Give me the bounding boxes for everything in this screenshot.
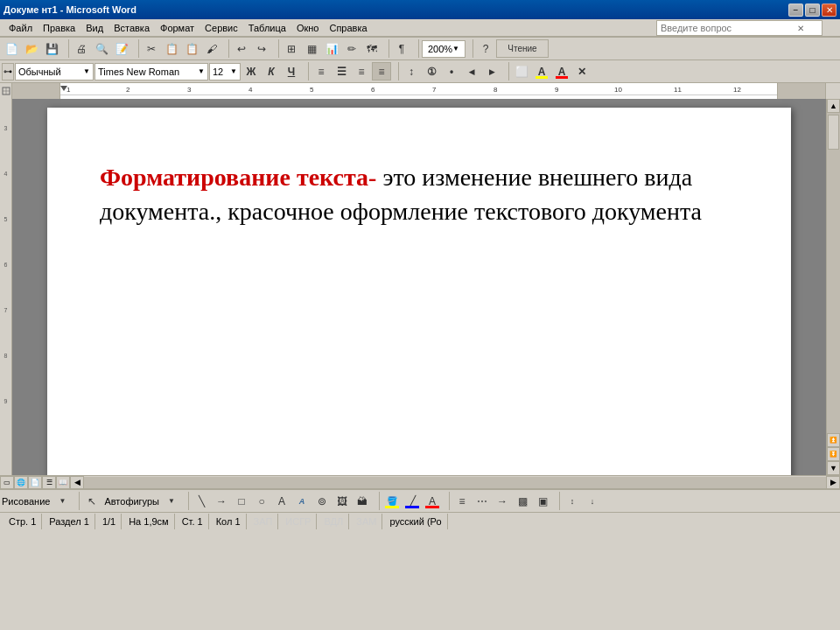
font-color-draw-button[interactable]: A [423, 492, 442, 510]
align-center-button[interactable]: ☰ [332, 62, 351, 80]
highlight-button[interactable]: A [532, 62, 551, 80]
document-red-bold-text: Форматирование текста- [100, 164, 376, 191]
menu-file[interactable]: Файл [4, 21, 38, 35]
print-button[interactable]: 🖨 [72, 39, 91, 58]
cut-button[interactable]: ✂ [142, 39, 161, 58]
wordart-button[interactable]: A [292, 492, 312, 510]
zoom-display[interactable]: 200% ▼ [422, 40, 466, 58]
ruler-area: 1 2 3 4 5 6 7 8 9 10 11 12 [0, 83, 840, 99]
outline-level-button[interactable]: ⊶ [2, 63, 14, 80]
scroll-track-bottom[interactable] [84, 477, 826, 488]
align-left-button[interactable]: ≡ [312, 62, 331, 80]
paste-button[interactable]: 📋 [182, 39, 201, 58]
scroll-up-button[interactable]: ▲ [827, 99, 840, 113]
scroll-left-button[interactable]: ◀ [70, 476, 84, 489]
font-size-dropdown[interactable]: 12 ▼ [209, 63, 241, 80]
outside-border-button[interactable]: ⬜ [512, 62, 531, 80]
normal-view-button[interactable]: ▭ [0, 476, 14, 489]
fill-color-button[interactable]: 🪣 [382, 492, 402, 510]
outline-view-button[interactable]: ☰ [42, 476, 56, 489]
copy-button[interactable]: 📋 [162, 39, 181, 58]
insert-table-button[interactable]: ⊞ [282, 39, 301, 58]
autoshapes-label: Автофигуры [104, 496, 159, 507]
clear-format-button[interactable]: ✕ [572, 62, 592, 80]
3d-button[interactable]: ▣ [533, 492, 552, 510]
new-button[interactable]: 📄 [2, 39, 21, 58]
italic-button[interactable]: К [262, 62, 281, 80]
insert-arrows-button[interactable]: ↕ [563, 492, 582, 510]
menu-help[interactable]: Справка [324, 21, 372, 35]
help-close-icon[interactable]: ✕ [797, 24, 804, 33]
clipart-button[interactable]: 🖼 [332, 492, 352, 510]
status-lang: русский (Ро [384, 514, 447, 529]
menu-table[interactable]: Таблица [243, 21, 291, 35]
line-spacing-button[interactable]: ↕ [402, 62, 421, 80]
increase-indent-button[interactable]: ▸ [482, 62, 501, 80]
decrease-indent-button[interactable]: ◂ [462, 62, 481, 80]
scroll-thumb-right[interactable] [828, 115, 839, 150]
cursor-button[interactable]: ↖ [82, 492, 102, 510]
draw-separator5 [555, 492, 560, 510]
scroll-down-button3[interactable]: ▼ [827, 461, 840, 475]
help-button[interactable]: ? [476, 39, 495, 58]
font-dropdown[interactable]: Times New Roman ▼ [94, 63, 208, 80]
numbering-button[interactable]: ① [422, 62, 441, 80]
dash-style-button[interactable]: ⋯ [472, 492, 492, 510]
scroll-track-right[interactable] [827, 113, 840, 433]
insert-columns-button[interactable]: ▦ [302, 39, 321, 58]
redo-button[interactable]: ↪ [252, 39, 271, 58]
menu-tools[interactable]: Сервис [200, 21, 243, 35]
style-dropdown[interactable]: Обычный ▼ [15, 63, 94, 80]
minimize-button[interactable]: − [788, 4, 803, 17]
horizontal-ruler: 1 2 3 4 5 6 7 8 9 10 11 12 [12, 83, 826, 99]
open-button[interactable]: 📂 [22, 39, 41, 58]
format-painter-button[interactable]: 🖌 [202, 39, 221, 58]
rectangle-button[interactable]: □ [232, 492, 251, 510]
shadow-button[interactable]: ▩ [513, 492, 532, 510]
bullets-button[interactable]: • [442, 62, 461, 80]
insert-arrows-button2[interactable]: ↓ [583, 492, 602, 510]
doc-map-button[interactable]: 🗺 [362, 39, 382, 58]
align-right-button[interactable]: ≡ [352, 62, 371, 80]
scroll-down-button2[interactable]: ⏬ [827, 447, 840, 461]
save-button[interactable]: 💾 [42, 39, 61, 58]
insert-chart-button[interactable]: 📊 [322, 39, 341, 58]
picture-button[interactable]: 🏔 [353, 492, 372, 510]
menu-window[interactable]: Окно [291, 21, 325, 35]
diagram-button[interactable]: ⊚ [312, 492, 332, 510]
drawing-toolbar: Рисование ▼ ↖ Автофигуры ▼ ╲ → □ ○ A A ⊚… [0, 489, 840, 512]
show-formatting-button[interactable]: ¶ [392, 39, 411, 58]
textbox-button[interactable]: A [272, 492, 291, 510]
line-style-button[interactable]: ≡ [452, 492, 472, 510]
spell-check-button[interactable]: 📝 [112, 39, 131, 58]
scroll-down-button1[interactable]: ⏫ [827, 433, 840, 447]
line-button[interactable]: ╲ [192, 492, 211, 510]
menu-edit[interactable]: Правка [38, 21, 80, 35]
close-button[interactable]: ✕ [822, 4, 836, 17]
reading-view-button[interactable]: 📖 [56, 476, 70, 489]
oval-button[interactable]: ○ [252, 492, 271, 510]
web-view-button[interactable]: 🌐 [14, 476, 28, 489]
menu-view[interactable]: Вид [80, 21, 108, 35]
drawing-dropdown-arrow[interactable]: ▼ [52, 492, 72, 510]
arrow-button[interactable]: → [212, 492, 231, 510]
menu-format[interactable]: Формат [155, 21, 200, 35]
print-preview-button[interactable]: 🔍 [92, 39, 111, 58]
document-content[interactable]: Форматирование текста- это изменение вне… [100, 160, 738, 228]
font-color-button[interactable]: A [552, 62, 571, 80]
underline-button[interactable]: Ч [282, 62, 301, 80]
justify-button[interactable]: ≡ [372, 62, 391, 80]
scroll-right-button[interactable]: ▶ [826, 476, 840, 489]
status-zam: ЗАМ [351, 514, 382, 529]
line-color-button[interactable]: ╱ [402, 492, 422, 510]
menu-insert[interactable]: Вставка [108, 21, 155, 35]
autoshapes-dropdown[interactable]: ▼ [162, 492, 181, 510]
print-view-button[interactable]: 📄 [28, 476, 42, 489]
reading-mode-button[interactable]: Чтение [496, 39, 549, 58]
maximize-button[interactable]: □ [805, 4, 820, 17]
bold-button[interactable]: Ж [242, 62, 261, 80]
undo-button[interactable]: ↩ [232, 39, 251, 58]
arrow-style-button[interactable]: → [493, 492, 512, 510]
help-input[interactable] [657, 23, 797, 33]
drawing-button[interactable]: ✏ [342, 39, 361, 58]
